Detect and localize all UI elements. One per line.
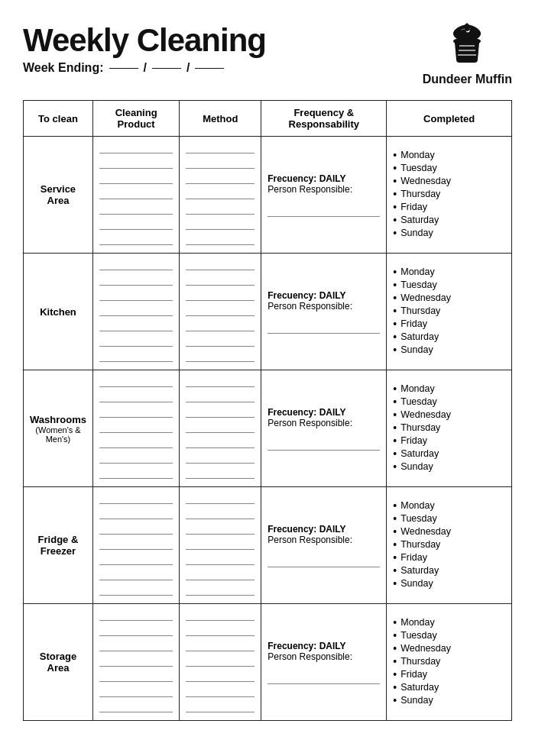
product-write-line[interactable] (99, 541, 173, 550)
product-write-line[interactable] (99, 261, 173, 270)
product-write-line[interactable] (99, 144, 173, 153)
day-item-monday[interactable]: •Monday (393, 150, 505, 160)
week-day-line[interactable] (109, 68, 138, 69)
method-write-line[interactable] (186, 393, 255, 402)
day-item-friday[interactable]: •Friday (393, 552, 505, 563)
product-write-line[interactable] (99, 525, 173, 535)
cell-method-2[interactable] (180, 370, 261, 487)
freq-bottom-line[interactable] (268, 216, 380, 217)
method-write-line[interactable] (186, 236, 255, 245)
method-write-line[interactable] (186, 205, 255, 215)
day-item-thursday[interactable]: •Thursday (393, 656, 505, 667)
day-item-friday[interactable]: •Friday (393, 318, 505, 329)
product-write-line[interactable] (99, 510, 173, 519)
product-write-line[interactable] (99, 424, 173, 433)
day-item-wednesday[interactable]: •Wednesday (393, 409, 505, 420)
method-write-line[interactable] (186, 586, 255, 596)
day-item-friday[interactable]: •Friday (393, 669, 505, 680)
day-item-saturday[interactable]: •Saturday (393, 331, 505, 342)
method-write-line[interactable] (186, 510, 255, 519)
day-item-wednesday[interactable]: •Wednesday (393, 292, 505, 303)
method-write-line[interactable] (186, 657, 255, 667)
product-write-line[interactable] (99, 703, 173, 712)
cell-product-1[interactable] (92, 254, 179, 370)
week-year-line[interactable] (195, 68, 224, 69)
method-write-line[interactable] (186, 190, 255, 199)
product-write-line[interactable] (99, 642, 173, 651)
product-write-line[interactable] (99, 688, 173, 697)
cell-method-0[interactable] (180, 137, 261, 254)
method-write-line[interactable] (186, 322, 255, 331)
method-write-line[interactable] (186, 495, 255, 504)
method-write-line[interactable] (186, 338, 255, 347)
freq-bottom-line[interactable] (268, 333, 380, 334)
freq-bottom-line[interactable] (268, 683, 380, 684)
day-item-friday[interactable]: •Friday (393, 202, 505, 212)
product-write-line[interactable] (99, 221, 173, 230)
day-item-thursday[interactable]: •Thursday (393, 305, 505, 316)
freq-bottom-line[interactable] (268, 450, 380, 451)
product-write-line[interactable] (99, 236, 173, 245)
cell-method-1[interactable] (180, 254, 261, 370)
method-write-line[interactable] (186, 525, 255, 535)
method-write-line[interactable] (186, 439, 255, 448)
day-item-tuesday[interactable]: •Tuesday (393, 630, 505, 641)
method-write-line[interactable] (186, 144, 255, 153)
product-write-line[interactable] (99, 556, 173, 565)
method-write-line[interactable] (186, 642, 255, 651)
day-item-sunday[interactable]: •Sunday (393, 695, 505, 706)
method-write-line[interactable] (186, 292, 255, 301)
day-item-saturday[interactable]: •Saturday (393, 682, 505, 693)
product-write-line[interactable] (99, 322, 173, 331)
product-write-line[interactable] (99, 276, 173, 286)
product-write-line[interactable] (99, 673, 173, 682)
product-write-line[interactable] (99, 190, 173, 199)
method-write-line[interactable] (186, 612, 255, 621)
day-item-tuesday[interactable]: •Tuesday (393, 279, 505, 290)
cell-product-2[interactable] (92, 370, 179, 487)
day-item-wednesday[interactable]: •Wednesday (393, 526, 505, 537)
day-item-tuesday[interactable]: •Tuesday (393, 513, 505, 524)
day-item-saturday[interactable]: •Saturday (393, 215, 505, 225)
method-write-line[interactable] (186, 307, 255, 316)
method-write-line[interactable] (186, 424, 255, 433)
day-item-monday[interactable]: •Monday (393, 267, 505, 277)
day-item-thursday[interactable]: •Thursday (393, 422, 505, 433)
method-write-line[interactable] (186, 571, 255, 580)
day-item-tuesday[interactable]: •Tuesday (393, 396, 505, 407)
method-write-line[interactable] (186, 673, 255, 682)
product-write-line[interactable] (99, 409, 173, 418)
method-write-line[interactable] (186, 454, 255, 464)
product-write-line[interactable] (99, 160, 173, 169)
day-item-wednesday[interactable]: •Wednesday (393, 643, 505, 654)
product-write-line[interactable] (99, 495, 173, 504)
method-write-line[interactable] (186, 221, 255, 230)
product-write-line[interactable] (99, 571, 173, 580)
product-write-line[interactable] (99, 353, 173, 362)
product-write-line[interactable] (99, 292, 173, 301)
product-write-line[interactable] (99, 586, 173, 596)
cell-method-4[interactable] (180, 604, 261, 721)
freq-bottom-line[interactable] (268, 567, 380, 567)
day-item-sunday[interactable]: •Sunday (393, 461, 505, 472)
day-item-sunday[interactable]: •Sunday (393, 578, 505, 589)
product-write-line[interactable] (99, 378, 173, 387)
day-item-wednesday[interactable]: •Wednesday (393, 176, 505, 186)
product-write-line[interactable] (99, 307, 173, 316)
method-write-line[interactable] (186, 175, 255, 184)
product-write-line[interactable] (99, 439, 173, 448)
day-item-thursday[interactable]: •Thursday (393, 189, 505, 199)
cell-product-0[interactable] (92, 137, 179, 254)
method-write-line[interactable] (186, 688, 255, 697)
product-write-line[interactable] (99, 657, 173, 667)
day-item-monday[interactable]: •Monday (393, 500, 505, 511)
method-write-line[interactable] (186, 556, 255, 565)
day-item-friday[interactable]: •Friday (393, 435, 505, 446)
method-write-line[interactable] (186, 378, 255, 387)
product-write-line[interactable] (99, 175, 173, 184)
product-write-line[interactable] (99, 205, 173, 215)
method-write-line[interactable] (186, 261, 255, 270)
day-item-thursday[interactable]: •Thursday (393, 539, 505, 550)
method-write-line[interactable] (186, 276, 255, 286)
method-write-line[interactable] (186, 160, 255, 169)
